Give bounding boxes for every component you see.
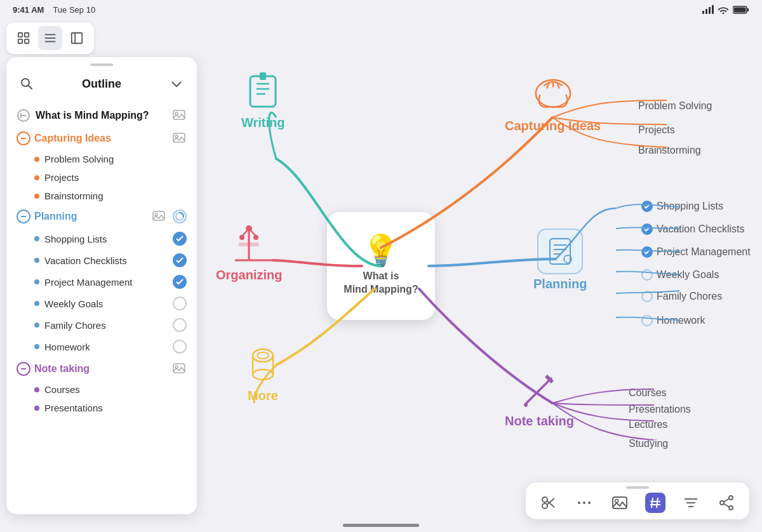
center-node[interactable]: 💡 What isMind Mapping? <box>327 212 435 320</box>
svg-rect-2 <box>734 7 746 12</box>
child-family-chores: Family Chores <box>32 314 189 336</box>
dot-project-mgmt <box>34 279 39 284</box>
section-row-capturing[interactable]: Capturing Ideas <box>14 127 189 150</box>
section-notetaking: Note taking Courses Presentations <box>14 357 189 417</box>
outline-root[interactable]: What is Mind Mapping? <box>14 104 189 127</box>
svg-rect-6 <box>25 39 29 43</box>
more-label: More <box>248 389 278 403</box>
svg-line-78 <box>724 504 729 507</box>
label-shopping: Shopping Lists <box>44 234 168 244</box>
check-vacation[interactable] <box>173 253 187 267</box>
section-row-planning[interactable]: Planning <box>14 205 189 228</box>
check-project-management <box>641 246 653 258</box>
section-planning: Planning Sh <box>14 205 189 357</box>
notetaking-image-button[interactable] <box>171 361 187 376</box>
svg-rect-3 <box>18 33 22 37</box>
svg-point-42 <box>253 235 258 240</box>
child-presentations: Presentations <box>32 399 189 417</box>
svg-point-58 <box>542 497 547 502</box>
svg-point-59 <box>542 503 547 509</box>
leaf-homework[interactable]: Homework <box>641 315 705 326</box>
svg-rect-43 <box>550 239 570 264</box>
child-problem-solving: Problem Solving <box>32 150 189 168</box>
branch-capturing[interactable]: Capturing Ideas <box>505 73 601 133</box>
section-capturing-ideas: Capturing Ideas Problem Solving Projec <box>14 127 189 205</box>
branch-notetaking[interactable]: Note taking <box>505 368 574 429</box>
branch-organizing[interactable]: Organizing <box>216 222 282 283</box>
label-weekly-goals: Weekly Goals <box>44 298 168 309</box>
capturing-icon <box>531 73 575 116</box>
dot-weekly-goals <box>34 301 39 306</box>
check-shopping[interactable] <box>173 232 187 246</box>
svg-point-62 <box>578 502 580 504</box>
check-shopping-lists <box>641 201 653 212</box>
child-shopping-lists: Shopping Lists <box>32 228 189 249</box>
label-projects: Projects <box>44 172 187 183</box>
svg-point-64 <box>588 502 591 504</box>
hashtag-button[interactable] <box>645 493 665 513</box>
label-vacation: Vacation Checklists <box>44 255 168 266</box>
branch-planning[interactable]: Planning <box>533 229 587 291</box>
check-family-chores[interactable] <box>173 318 187 332</box>
root-image-button[interactable] <box>171 108 187 123</box>
check-weekly-goals-right <box>641 269 653 281</box>
grid-view-button[interactable] <box>11 26 36 50</box>
svg-line-68 <box>657 498 658 508</box>
dot-problem-solving <box>34 157 39 162</box>
svg-point-51 <box>257 352 269 359</box>
sidebar-title: Outline <box>82 77 121 91</box>
svg-point-40 <box>246 225 252 232</box>
leaf-vacation-checklists[interactable]: Vacation Checklists <box>641 223 744 235</box>
label-brainstorming: Brainstorming <box>44 190 187 201</box>
planning-icon-box <box>537 229 583 274</box>
sidebar-header: Outline <box>6 66 197 99</box>
dot-projects <box>34 175 39 180</box>
svg-rect-4 <box>25 33 29 37</box>
check-weekly-goals[interactable] <box>173 296 187 310</box>
child-weekly-goals: Weekly Goals <box>32 293 189 314</box>
notetaking-icon <box>518 368 561 411</box>
branch-writing[interactable]: Writing <box>241 70 285 130</box>
child-courses: Courses <box>32 380 189 399</box>
label-family-chores: Family Chores <box>44 320 168 331</box>
leaf-family-chores[interactable]: Family Chores <box>641 291 722 302</box>
collapse-button[interactable] <box>166 74 187 94</box>
organizing-icon <box>227 222 271 265</box>
svg-point-63 <box>583 502 585 504</box>
capturing-children: Problem Solving Projects Brainstorming <box>32 150 189 205</box>
organizing-label: Organizing <box>216 268 282 283</box>
leaf-shopping-lists[interactable]: Shopping Lists <box>641 201 723 212</box>
share-button[interactable] <box>716 493 737 513</box>
dot-presentations <box>34 406 39 411</box>
sidebar-view-button[interactable] <box>65 26 89 50</box>
section-label-capturing: Capturing Ideas <box>34 133 168 144</box>
more-options-button[interactable] <box>574 493 594 513</box>
leaf-weekly-goals[interactable]: Weekly Goals <box>641 269 719 281</box>
check-homework[interactable] <box>173 340 187 354</box>
label-homework: Homework <box>44 342 168 352</box>
home-indicator <box>343 524 419 527</box>
dot-courses <box>34 387 39 392</box>
branch-more[interactable]: More <box>241 343 284 403</box>
svg-rect-39 <box>239 243 259 246</box>
leaf-project-management[interactable]: Project Management <box>641 246 751 258</box>
svg-point-76 <box>729 506 733 510</box>
list-view-button[interactable] <box>38 26 62 50</box>
section-row-notetaking[interactable]: Note taking <box>14 357 189 380</box>
bottom-toolbar <box>526 482 749 519</box>
check-project-mgmt[interactable] <box>173 275 187 289</box>
svg-line-55 <box>526 378 551 404</box>
capturing-image-button[interactable] <box>171 131 187 146</box>
scissors-button[interactable] <box>538 493 559 513</box>
check-vacation-checklists <box>641 223 653 235</box>
search-button[interactable] <box>17 74 37 94</box>
svg-rect-30 <box>250 76 276 107</box>
filter-button[interactable] <box>681 493 701 513</box>
svg-line-67 <box>652 498 653 508</box>
bottom-toolbar-handle <box>626 486 649 489</box>
planning-image-button[interactable] <box>151 209 166 224</box>
image-button[interactable] <box>610 493 630 513</box>
center-text: What isMind Mapping? <box>344 270 418 296</box>
child-vacation: Vacation Checklists <box>32 249 189 271</box>
notetaking-children: Courses Presentations <box>32 380 189 417</box>
